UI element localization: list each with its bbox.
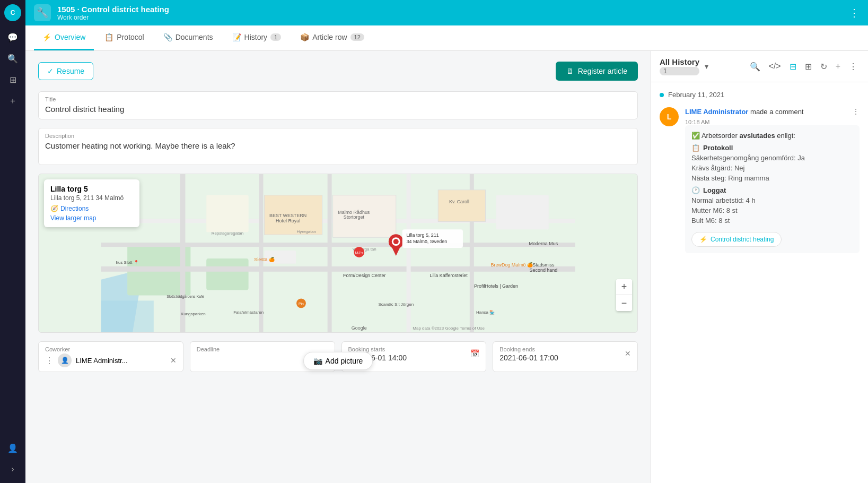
history-search-icon[interactable]: 🔍 (748, 59, 762, 74)
booking-ends-field: Booking ends 2021-06-01 17:00 ✕ (493, 341, 638, 372)
svg-text:Moderna Mus: Moderna Mus (529, 241, 558, 246)
description-label: Description (45, 133, 631, 139)
tab-protocol[interactable]: 📋 Protocol (96, 25, 152, 50)
booking-ends-icon: ✕ (625, 349, 631, 358)
svg-text:34 Malmö, Sweden: 34 Malmö, Sweden (407, 239, 448, 244)
history-badge: 1 (270, 33, 281, 41)
directions-link[interactable]: 🧭 Directions (50, 205, 133, 212)
tab-overview[interactable]: ⚡ Overview (34, 25, 94, 50)
register-article-button[interactable]: 🖥 Register article (556, 62, 638, 81)
date-dot (660, 93, 664, 97)
svg-text:Stortorget: Stortorget (344, 214, 365, 220)
svg-text:Lilla torg 5, 211: Lilla torg 5, 211 (407, 232, 439, 238)
booking-ends-value[interactable]: 2021-06-01 17:00 (499, 353, 558, 362)
history-scroll: February 11, 2021 L LIME Administrator m… (651, 82, 868, 483)
sidebar-item-user[interactable]: 👤 (3, 438, 22, 458)
article-badge: 12 (350, 33, 364, 41)
history-code-icon[interactable]: </> (767, 59, 783, 73)
history-entry-title: LIME Administrator made a comment (685, 108, 803, 116)
app-avatar[interactable]: C (4, 4, 21, 21)
history-detail-1: Säkerhetsgenomgång genomförd: Ja (691, 154, 853, 162)
main-content: 🔧 1505 · Control district heating Work o… (25, 0, 868, 483)
history-body: ✅ Arbetsorder avslutades enligt: 📋 Proto… (685, 125, 860, 253)
history-more-icon[interactable]: ⋮ (847, 59, 860, 74)
svg-text:Google: Google (352, 325, 367, 331)
history-dropdown-chevron[interactable]: ▾ (705, 62, 708, 71)
arbetsorder-text: Arbetsorder avslutades enligt: (702, 132, 795, 140)
history-entry-menu[interactable]: ⋮ (852, 107, 860, 116)
top-bar-menu-button[interactable]: ⋮ (849, 6, 860, 19)
resume-button[interactable]: ✓ Resume (38, 62, 93, 80)
svg-text:Hansa 🏪: Hansa 🏪 (476, 309, 495, 315)
content-area: ✓ Resume 🖥 Register article Title Contro… (25, 51, 868, 483)
clock-icon: 🕐 (691, 186, 700, 194)
svg-rect-6 (101, 243, 575, 247)
article-icon: 📦 (300, 33, 309, 41)
coworker-remove-button[interactable]: ✕ (170, 356, 177, 365)
history-entry-time: 10:18 AM (685, 119, 860, 125)
sidebar-item-add[interactable]: ＋ (3, 91, 22, 110)
coworker-menu-button[interactable]: ⋮ (45, 356, 54, 366)
svg-text:Stadsmiss: Stadsmiss (532, 262, 555, 268)
register-icon: 🖥 (566, 67, 574, 75)
protocol-icon: 📋 (104, 33, 113, 41)
view-larger-link[interactable]: View larger map (50, 214, 133, 222)
left-sidebar: C 💬 🔍 ⊞ ＋ 👤 › (0, 0, 25, 483)
svg-rect-11 (407, 174, 411, 332)
tabs-bar: ⚡ Overview 📋 Protocol 📎 Documents 📝 Hist… (25, 25, 868, 51)
svg-text:Siesta 🍊: Siesta 🍊 (254, 256, 275, 263)
svg-rect-18 (438, 190, 485, 222)
svg-text:Kungsparken: Kungsparken (181, 312, 206, 316)
svg-text:Repslagaregatan: Repslagaregatan (212, 231, 243, 236)
control-district-link[interactable]: ⚡ Control district heating (691, 232, 782, 247)
loggat-detail-1: Normal arbetstid: 4 h (691, 196, 853, 204)
location-title: Lilla torg 5 (50, 185, 133, 193)
arbetsorder-check-icon: ✅ (691, 132, 700, 140)
directions-icon: 🧭 (50, 205, 58, 212)
camera-icon: 📷 (313, 357, 322, 365)
sidebar-item-grid[interactable]: ⊞ (3, 70, 22, 89)
sidebar-item-chat[interactable]: 💬 (3, 28, 22, 47)
history-list-icon[interactable]: ⊟ (787, 59, 799, 74)
svg-text:Hyregatan: Hyregatan (297, 229, 317, 234)
tab-article-row[interactable]: 📦 Article row 12 (292, 25, 373, 50)
history-avatar: L (660, 107, 679, 126)
svg-rect-2 (101, 300, 154, 332)
sidebar-item-search[interactable]: 🔍 (3, 49, 22, 68)
tab-article-label: Article row (312, 33, 347, 41)
coworker-label: Coworker (45, 346, 177, 352)
title-value[interactable]: Control district heating (45, 105, 631, 114)
history-add-icon[interactable]: + (834, 59, 843, 73)
svg-rect-9 (259, 174, 264, 332)
svg-text:Form/Design Center: Form/Design Center (343, 273, 385, 278)
svg-text:Scandic S:t Jörgen: Scandic S:t Jörgen (378, 302, 414, 307)
history-grid-icon[interactable]: ⊞ (803, 59, 814, 74)
history-detail-2: Krävs åtgärd: Nej (691, 164, 853, 172)
protokoll-title: 📋 Protokoll (691, 144, 853, 152)
svg-text:Slottsträdgårdens Kafé: Slottsträdgårdens Kafé (166, 295, 204, 299)
title-field: Title Control district heating (38, 91, 638, 119)
map-zoom-controls: + − (616, 279, 632, 311)
loggat-detail-2: Mutter M6: 8 st (691, 206, 853, 214)
svg-text:MJ's: MJ's (355, 251, 363, 255)
description-value[interactable]: Customer heating not working. Maybe ther… (45, 141, 631, 150)
sidebar-item-expand[interactable]: › (3, 460, 22, 479)
tab-history[interactable]: 📝 History 1 (224, 25, 290, 50)
svg-text:Pin: Pin (299, 302, 304, 306)
work-order-icon: 🔧 (34, 4, 51, 21)
right-panel: All History 1 ▾ 🔍 </> ⊟ ⊞ ↻ + ⋮ (651, 51, 868, 483)
page-title: 1505 · Control district heating (57, 5, 169, 14)
svg-text:Second hand: Second hand (530, 268, 558, 273)
add-picture-button[interactable]: 📷 Add picture (303, 352, 373, 370)
coworker-field: Coworker ⋮ 👤 LIME Administr... ✕ (38, 341, 183, 372)
tab-documents-label: Documents (176, 33, 213, 41)
tab-documents[interactable]: 📎 Documents (155, 25, 222, 50)
zoom-out-button[interactable]: − (616, 295, 632, 311)
svg-rect-10 (328, 174, 332, 332)
history-date-text: February 11, 2021 (668, 91, 724, 99)
history-refresh-icon[interactable]: ↻ (818, 59, 829, 74)
zoom-in-button[interactable]: + (616, 279, 632, 295)
history-date-separator: February 11, 2021 (660, 91, 860, 99)
tab-protocol-label: Protocol (117, 33, 144, 41)
action-row: ✓ Resume 🖥 Register article (38, 62, 638, 81)
